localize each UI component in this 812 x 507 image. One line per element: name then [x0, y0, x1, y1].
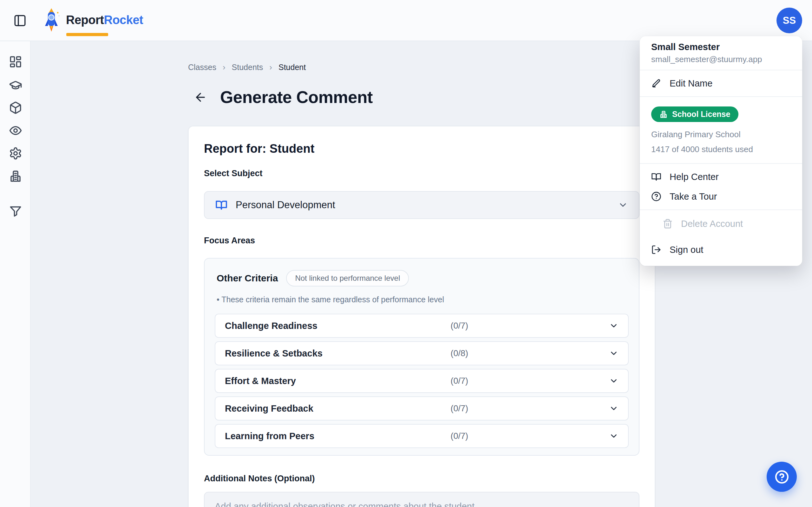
breadcrumb-classes[interactable]: Classes — [188, 63, 216, 72]
menu-item-help-center[interactable]: Help Center — [640, 167, 802, 187]
book-open-icon — [215, 199, 227, 211]
rocket-logo-icon — [44, 8, 63, 34]
user-name: Small Semester — [651, 41, 791, 53]
criteria-label: Learning from Peers — [225, 431, 314, 441]
criteria-count: (0/8) — [451, 349, 468, 358]
menu-item-label: Delete Account — [681, 219, 743, 229]
sidebar-item-resources[interactable] — [9, 101, 22, 114]
book-open-icon — [651, 172, 661, 182]
menu-item-label: Take a Tour — [670, 191, 717, 202]
additional-notes-input[interactable] — [204, 492, 640, 507]
eye-icon — [9, 124, 22, 137]
menu-item-take-tour[interactable]: Take a Tour — [640, 187, 802, 206]
gear-icon — [9, 147, 22, 160]
menu-item-delete-account: Delete Account — [640, 210, 802, 237]
sidebar-item-settings[interactable] — [9, 147, 22, 160]
trash-icon — [663, 219, 673, 229]
pencil-icon — [651, 78, 661, 89]
brand-logo[interactable] — [44, 8, 63, 34]
other-criteria-panel: Other Criteria Not linked to performance… — [204, 258, 640, 456]
breadcrumb: Classes › Students › Student — [188, 62, 306, 72]
filter-icon — [9, 205, 22, 218]
criteria-label: Resilience & Setbacks — [225, 348, 322, 359]
page-title-row: Generate Comment — [194, 88, 373, 107]
menu-divider — [640, 163, 802, 164]
criteria-row-effort-mastery[interactable]: Effort & Mastery (0/7) — [215, 369, 629, 393]
menu-item-edit-name[interactable]: Edit Name — [640, 70, 802, 96]
app-header: ReportRocket SS — [0, 0, 812, 41]
license-usage: 1417 of 4000 students used — [651, 145, 791, 154]
arrow-left-icon — [194, 91, 207, 104]
subject-select[interactable]: Personal Development — [204, 191, 640, 219]
school-building-icon — [9, 170, 22, 183]
license-section: School License Giralang Primary School 1… — [640, 97, 802, 163]
other-criteria-header: Other Criteria Not linked to performance… — [215, 270, 629, 286]
subject-value: Personal Development — [236, 199, 335, 211]
panel-left-icon — [13, 14, 27, 27]
school-license-badge: School License — [651, 107, 739, 122]
criteria-note: • These criteria remain the same regardl… — [215, 295, 629, 304]
chevron-down-icon — [618, 200, 628, 210]
log-out-icon — [651, 245, 661, 255]
criteria-list: Challenge Readiness (0/7) Resilience & S… — [215, 314, 629, 448]
brand-report-text: Report — [66, 13, 104, 26]
graduation-cap-icon — [9, 78, 22, 92]
sidebar-item-filter[interactable] — [9, 205, 22, 218]
help-circle-icon — [774, 469, 790, 485]
brand-wordmark: ReportRocket — [66, 13, 143, 27]
sidebar-nav — [0, 41, 31, 507]
criteria-row-resilience-setbacks[interactable]: Resilience & Setbacks (0/8) — [215, 341, 629, 365]
avatar-initials: SS — [783, 15, 796, 26]
criteria-label: Receiving Feedback — [225, 403, 313, 414]
chevron-down-icon — [609, 404, 618, 413]
brand-rocket-text: Rocket — [104, 13, 143, 26]
criteria-label: Effort & Mastery — [225, 376, 296, 386]
criteria-row-challenge-readiness[interactable]: Challenge Readiness (0/7) — [215, 314, 629, 338]
criteria-count: (0/7) — [451, 431, 468, 441]
breadcrumb-student: Student — [278, 63, 306, 72]
criteria-row-learning-from-peers[interactable]: Learning from Peers (0/7) — [215, 424, 629, 448]
sidebar-toggle-button[interactable] — [12, 13, 28, 29]
menu-item-label: Help Center — [670, 172, 719, 182]
sidebar-item-classes[interactable] — [9, 78, 22, 92]
other-criteria-title: Other Criteria — [217, 273, 278, 284]
report-for-heading: Report for: Student — [204, 142, 640, 156]
chevron-down-icon — [609, 349, 618, 358]
criteria-row-receiving-feedback[interactable]: Receiving Feedback (0/7) — [215, 396, 629, 420]
license-badge-label: School License — [672, 110, 730, 119]
not-linked-badge: Not linked to performance level — [286, 270, 409, 286]
breadcrumb-students[interactable]: Students — [232, 63, 263, 72]
menu-item-label: Sign out — [670, 245, 703, 255]
school-building-icon — [659, 110, 668, 118]
menu-item-label: Edit Name — [670, 78, 712, 89]
sidebar-item-reports[interactable] — [9, 170, 22, 183]
criteria-count: (0/7) — [451, 404, 468, 413]
criteria-count: (0/7) — [451, 376, 468, 386]
report-card: Report for: Student Select Subject Perso… — [188, 126, 655, 507]
license-school-name: Giralang Primary School — [651, 130, 791, 139]
dashboard-icon — [9, 55, 22, 68]
breadcrumb-separator-icon: › — [223, 62, 225, 72]
chevron-down-icon — [609, 321, 618, 331]
package-icon — [9, 101, 22, 114]
sidebar-item-dashboard[interactable] — [9, 55, 22, 68]
additional-notes-label: Additional Notes (Optional) — [204, 473, 640, 484]
help-circle-icon — [651, 191, 661, 202]
focus-areas-label: Focus Areas — [204, 235, 640, 245]
user-menu: Small Semester small_semester@stuurmy.ap… — [640, 36, 802, 266]
menu-item-sign-out[interactable]: Sign out — [640, 237, 802, 262]
user-email: small_semester@stuurmy.app — [651, 55, 791, 64]
sidebar-item-preview[interactable] — [9, 124, 22, 137]
chevron-down-icon — [609, 431, 618, 441]
select-subject-label: Select Subject — [204, 168, 640, 178]
breadcrumb-separator-icon: › — [269, 62, 272, 72]
chevron-down-icon — [609, 376, 618, 386]
page-title: Generate Comment — [220, 88, 373, 107]
back-button[interactable] — [194, 90, 207, 104]
criteria-label: Challenge Readiness — [225, 321, 317, 331]
user-menu-profile: Small Semester small_semester@stuurmy.ap… — [640, 36, 802, 70]
user-avatar-button[interactable]: SS — [776, 8, 802, 33]
help-fab-button[interactable] — [767, 462, 797, 492]
brand-underline — [66, 33, 108, 36]
criteria-count: (0/7) — [451, 321, 468, 331]
